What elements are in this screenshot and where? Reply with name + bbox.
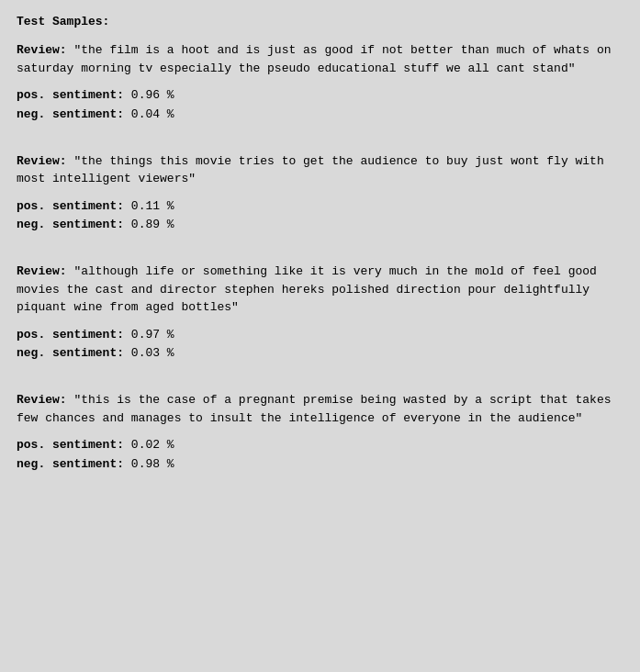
review-label-4: Review: <box>17 393 73 407</box>
neg-value-4: 0.98 % <box>131 457 174 471</box>
review-text-1: "the film is a hoot and is just as good … <box>17 43 612 75</box>
review-label-1: Review: <box>17 43 73 57</box>
pos-sentiment-line-1: pos. sentiment: 0.96 % <box>17 86 623 106</box>
sample-block-3: Review: "although life or something like… <box>17 263 623 364</box>
review-text-3: "although life or something like it is v… <box>17 264 597 314</box>
pos-value-1: 0.96 % <box>131 88 174 102</box>
sample-block-4: Review: "this is the case of a pregnant … <box>17 391 623 475</box>
review-line-1: Review: "the film is a hoot and is just … <box>17 41 623 77</box>
neg-label-2: neg. sentiment: <box>17 218 131 231</box>
neg-sentiment-line-2: neg. sentiment: 0.89 % <box>17 216 623 235</box>
review-label-2: Review: <box>17 154 73 168</box>
samples-container: Review: "the film is a hoot and is just … <box>17 41 623 475</box>
sample-block-1: Review: "the film is a hoot and is just … <box>17 41 623 125</box>
review-label-3: Review: <box>17 264 73 278</box>
neg-label-1: neg. sentiment: <box>17 107 131 121</box>
review-line-2: Review: "the things this movie tries to … <box>17 152 623 188</box>
pos-label-4: pos. sentiment: <box>17 438 131 452</box>
pos-sentiment-line-3: pos. sentiment: 0.97 % <box>17 326 623 345</box>
pos-label-3: pos. sentiment: <box>17 328 131 342</box>
pos-sentiment-line-4: pos. sentiment: 0.02 % <box>17 436 623 455</box>
page-title: Test Samples: <box>17 15 623 28</box>
sample-block-2: Review: "the things this movie tries to … <box>17 152 623 236</box>
neg-value-3: 0.03 % <box>131 346 174 360</box>
review-text-4: "this is the case of a pregnant premise … <box>17 393 612 425</box>
pos-label-2: pos. sentiment: <box>17 199 131 213</box>
spacer-2 <box>17 253 623 263</box>
pos-label-1: pos. sentiment: <box>17 88 131 102</box>
neg-label-4: neg. sentiment: <box>17 457 131 471</box>
neg-sentiment-line-3: neg. sentiment: 0.03 % <box>17 344 623 364</box>
neg-sentiment-line-1: neg. sentiment: 0.04 % <box>17 106 623 125</box>
neg-sentiment-line-4: neg. sentiment: 0.98 % <box>17 455 623 475</box>
neg-value-1: 0.04 % <box>131 107 174 121</box>
spacer-1 <box>17 143 623 152</box>
neg-value-2: 0.89 % <box>131 218 174 231</box>
spacer-3 <box>17 382 623 391</box>
pos-value-3: 0.97 % <box>131 328 174 342</box>
review-line-3: Review: "although life or something like… <box>17 263 623 317</box>
review-text-2: "the things this movie tries to get the … <box>17 154 604 186</box>
pos-value-4: 0.02 % <box>131 438 174 452</box>
neg-label-3: neg. sentiment: <box>17 346 131 360</box>
review-line-4: Review: "this is the case of a pregnant … <box>17 391 623 427</box>
pos-sentiment-line-2: pos. sentiment: 0.11 % <box>17 197 623 217</box>
pos-value-2: 0.11 % <box>131 199 174 213</box>
